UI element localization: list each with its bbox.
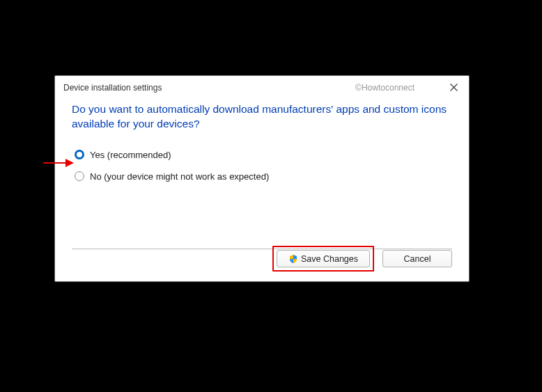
shield-icon	[288, 254, 298, 264]
cancel-button-label: Cancel	[404, 254, 431, 264]
save-button-highlight: Save Changes	[272, 246, 374, 272]
radio-option-no[interactable]: No (your device might not work as expect…	[75, 171, 452, 182]
radio-label-yes: Yes (recommended)	[90, 150, 171, 160]
save-button-label: Save Changes	[301, 254, 358, 264]
radio-unselected-icon	[75, 171, 84, 181]
dialog-content: Do you want to automatically download ma…	[55, 97, 469, 182]
window-title: Device installation settings	[63, 83, 162, 93]
dialog-question: Do you want to automatically download ma…	[72, 102, 452, 132]
radio-label-no: No (your device might not work as expect…	[90, 171, 269, 182]
close-button[interactable]	[445, 79, 462, 96]
radio-option-yes[interactable]: Yes (recommended)	[75, 150, 452, 160]
cancel-button[interactable]: Cancel	[382, 250, 452, 267]
radio-group: Yes (recommended) No (your device might …	[72, 150, 452, 182]
watermark-text: ©Howtoconnect	[355, 83, 415, 93]
save-changes-button[interactable]: Save Changes	[277, 250, 370, 267]
titlebar: Device installation settings ©Howtoconne…	[55, 76, 469, 97]
button-row: Save Changes Cancel	[272, 246, 452, 272]
radio-selected-icon	[75, 150, 84, 159]
device-installation-dialog: Device installation settings ©Howtoconne…	[54, 75, 470, 282]
close-icon	[450, 84, 458, 91]
